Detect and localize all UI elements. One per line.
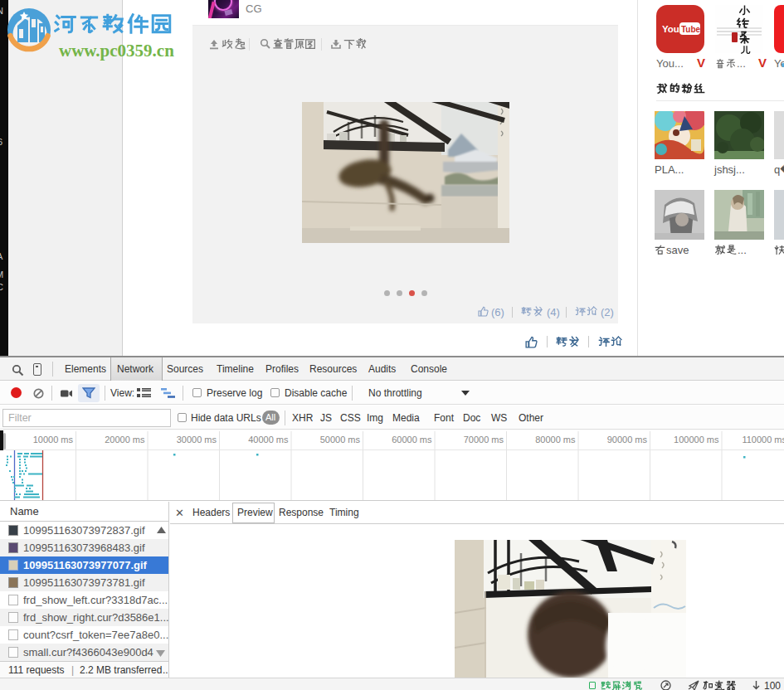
svg-text:110000 ms: 110000 ms xyxy=(742,435,784,445)
svg-text:30000 ms: 30000 ms xyxy=(177,435,217,445)
svg-text:40000 ms: 40000 ms xyxy=(248,435,289,445)
svg-text:80000 ms: 80000 ms xyxy=(535,435,576,445)
svg-text:10000 ms: 10000 ms xyxy=(33,435,74,445)
svg-text:50000 ms: 50000 ms xyxy=(320,435,361,445)
svg-text:20000 ms: 20000 ms xyxy=(105,435,145,445)
svg-text:90000 ms: 90000 ms xyxy=(607,435,648,445)
svg-text:70000 ms: 70000 ms xyxy=(464,435,504,445)
svg-text:100000 ms: 100000 ms xyxy=(674,435,719,445)
svg-text:60000 ms: 60000 ms xyxy=(392,435,432,445)
